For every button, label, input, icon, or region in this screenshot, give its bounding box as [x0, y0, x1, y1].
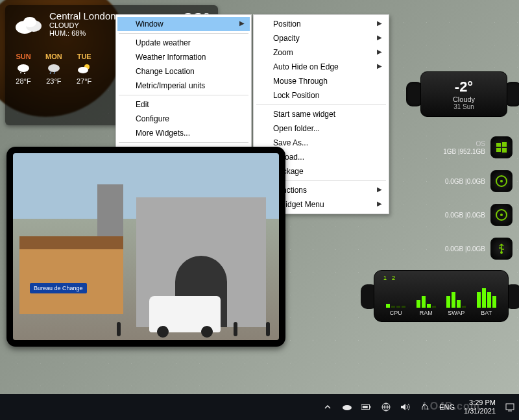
menu-item[interactable]: Opacity▶	[255, 31, 387, 45]
svg-rect-22	[370, 406, 371, 408]
menu-item[interactable]: Edit	[117, 97, 250, 112]
drive-row[interactable]: 0.0GB |0.0GB	[396, 238, 513, 260]
svg-rect-23	[363, 406, 368, 408]
system-monitor-widget[interactable]: 1 2 CPURAMSWAPBAT	[370, 270, 513, 322]
menu-item-label: Window	[136, 19, 163, 29]
input-icon[interactable]	[420, 402, 430, 412]
drive-row[interactable]: 0.0GB |0.0GB	[396, 170, 513, 192]
menu-separator	[119, 142, 248, 143]
photo-bollard	[266, 322, 270, 336]
chevron-right-icon: ▶	[377, 19, 382, 27]
meter-label: RAM	[416, 310, 436, 316]
svg-point-4	[20, 72, 21, 73]
menu-item[interactable]: Lock Position	[255, 88, 387, 103]
notifications-icon[interactable]	[505, 402, 515, 412]
tray-chevron-up-icon[interactable]	[322, 402, 333, 412]
temperature-gadget[interactable]: -2° Cloudy 31 Sun	[415, 71, 513, 117]
menu-item-label: Open folder...	[273, 124, 320, 133]
taskbar[interactable]: ENG 3:29 PM 1/31/2021	[0, 394, 519, 420]
menu-separator	[256, 105, 386, 105]
svg-rect-12	[502, 142, 507, 147]
cloud-snow-icon	[16, 63, 31, 75]
bar-segment	[427, 304, 431, 308]
menu-item-label: Metric/Imperial units	[136, 81, 205, 90]
bar-segment	[477, 292, 481, 308]
menu-item[interactable]: Position▶	[255, 17, 387, 31]
usb-icon	[490, 238, 513, 260]
sysmon-tabs[interactable]: 1 2	[383, 275, 395, 281]
menu-item[interactable]: Weather Information	[117, 50, 250, 64]
bar-segment	[457, 300, 461, 308]
menu-item[interactable]: Start same widget	[255, 107, 387, 121]
svg-rect-14	[502, 148, 507, 153]
drives-widget[interactable]: OS1GB |952.1GB0.0GB |0.0GB0.0GB |0.0GB0.…	[396, 136, 513, 271]
svg-rect-11	[496, 143, 501, 147]
forecast-temp: 28°F	[16, 77, 31, 85]
disc-icon	[490, 204, 513, 226]
network-icon[interactable]	[381, 402, 391, 412]
forecast-day: MON 23°F	[45, 53, 62, 85]
photo-bollard	[117, 322, 121, 336]
menu-item-label: Zoom	[273, 48, 293, 57]
drive-size: 1GB |952.1GB	[443, 148, 485, 155]
volume-icon[interactable]	[400, 402, 411, 412]
menu-item-label: Configure	[136, 114, 169, 123]
bar-segment	[462, 306, 466, 308]
chevron-right-icon: ▶	[377, 186, 382, 193]
bar-segment	[482, 288, 486, 308]
meter-swap: SWAP	[446, 288, 466, 316]
onedrive-icon[interactable]	[342, 402, 352, 412]
menu-item[interactable]: Configure	[117, 112, 250, 126]
bar-segment	[396, 306, 400, 308]
menu-item[interactable]: Mouse Through	[255, 74, 387, 88]
drive-row[interactable]: OS1GB |952.1GB	[396, 136, 513, 158]
photo-sign: Bureau de Change	[30, 283, 87, 293]
svg-point-18	[500, 214, 503, 216]
chevron-right-icon: ▶	[377, 62, 382, 69]
temp-condition: Cloudy	[453, 95, 475, 103]
bar-segment	[452, 292, 455, 308]
taskbar-clock[interactable]: 3:29 PM 1/31/2021	[464, 399, 496, 415]
chevron-right-icon: ▶	[377, 34, 382, 41]
meter-ram: RAM	[416, 288, 436, 316]
menu-item[interactable]: Window▶	[117, 17, 250, 31]
meter-bat: BAT	[477, 288, 496, 316]
menu-item[interactable]: Change Location	[117, 64, 250, 79]
photo-frame-widget[interactable]: Bureau de Change	[6, 147, 285, 347]
menu-item-label: Opacity	[273, 34, 300, 43]
menu-item-label: Change Location	[136, 67, 195, 76]
menu-item[interactable]: More Widgets...	[117, 126, 250, 140]
menu-item[interactable]: Update weather	[117, 36, 250, 50]
drive-row[interactable]: 0.0GB |0.0GB	[396, 204, 513, 226]
menu-item[interactable]: Zoom▶	[255, 45, 387, 60]
battery-icon[interactable]	[361, 402, 372, 412]
bar-segment	[386, 304, 390, 308]
cloud-rain-icon	[46, 63, 62, 75]
photo-image: Bureau de Change	[13, 153, 279, 340]
menu-item[interactable]: Auto Hide on Edge▶	[255, 60, 387, 74]
chevron-right-icon: ▶	[377, 48, 382, 55]
menu-item-label: Save As...	[273, 138, 308, 147]
svg-point-3	[18, 64, 29, 72]
language-indicator[interactable]: ENG	[439, 403, 455, 411]
svg-rect-26	[506, 404, 514, 410]
bar-segment	[446, 296, 450, 308]
menu-item-label: Edit	[136, 100, 149, 109]
menu-separator	[119, 95, 248, 95]
menu-separator	[119, 33, 248, 34]
drive-size: 0.0GB |0.0GB	[445, 178, 485, 185]
meter-label: CPU	[386, 310, 405, 316]
sysmon-tab-2[interactable]: 2	[392, 275, 395, 281]
taskbar-date: 1/31/2021	[464, 407, 496, 415]
menu-item[interactable]: Open folder...	[255, 121, 387, 136]
svg-point-20	[343, 405, 352, 410]
drive-size: 0.0GB |0.0GB	[445, 245, 485, 253]
meter-label: SWAP	[446, 310, 466, 316]
menu-item[interactable]: Metric/Imperial units	[117, 79, 250, 93]
sysmon-tab-1[interactable]: 1	[383, 275, 387, 281]
forecast-day-label: TUE	[77, 53, 92, 60]
taskbar-time: 3:29 PM	[464, 399, 496, 407]
bar-segment	[432, 306, 436, 308]
menu-item-label: Start same widget	[273, 110, 335, 119]
menu-item-label: Weather Information	[136, 53, 206, 62]
